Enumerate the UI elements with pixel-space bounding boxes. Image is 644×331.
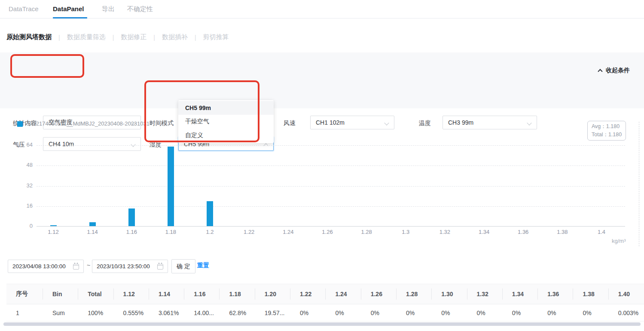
table-cell: Sum — [43, 304, 78, 321]
table-cell: 0% — [538, 304, 573, 321]
confirm-button[interactable]: 确 定 — [171, 259, 195, 273]
legend-series-name[interactable]: 1772174050211__MdMBJ2_20230408-20231031 — [27, 120, 150, 127]
table-header-cell: 1.16 — [184, 284, 220, 304]
x-axis-tick-label: 1.38 — [545, 229, 580, 235]
total-value: Total：1.180 — [592, 131, 622, 139]
datapanel-page: DataTrace DataPanel 导出 不确定性 原始测风塔数据 | 数据… — [0, 0, 644, 331]
subnav-divider: | — [58, 34, 60, 41]
humidity-option[interactable]: CH5 99m — [178, 101, 274, 115]
table-cell: 1 — [6, 304, 43, 321]
y-axis-tick-label: 64 — [0, 141, 33, 148]
x-axis-tick-label: 1.26 — [310, 229, 345, 235]
x-axis-tick-label: 1.28 — [349, 229, 384, 235]
x-axis-tick-label: 1.16 — [114, 229, 149, 235]
table-header-cell: 1.24 — [326, 284, 361, 304]
table-header-cell: Bin — [43, 284, 78, 304]
subnav-divider: | — [113, 34, 114, 41]
gridline — [37, 166, 625, 166]
table-header-cell: Total — [78, 284, 113, 304]
table-row: 1Sum100%0.555%3.061%14.00...62.8%19.57..… — [6, 304, 644, 322]
x-axis-tick-label: 1.14 — [75, 229, 110, 235]
chart-right-split-line — [639, 122, 639, 246]
table-cell: 62.8% — [220, 304, 255, 321]
table-header-cell: 1.18 — [220, 284, 255, 304]
plot-area — [37, 145, 625, 227]
reset-link[interactable]: 重置 — [197, 262, 209, 270]
tab-uncertainty[interactable]: 不确定性 — [127, 5, 153, 13]
table-header-cell: 序号 — [6, 284, 43, 304]
tab-datapanel[interactable]: DataPanel — [53, 5, 84, 12]
date-range-separator: ~ — [87, 262, 90, 269]
table-header-cell: 1.20 — [255, 284, 290, 304]
table-header-cell: 1.32 — [467, 284, 503, 304]
histogram-bar — [89, 222, 96, 226]
table-header-cell: 1.22 — [290, 284, 326, 304]
table-header-row: 序号BinTotal1.121.141.161.181.201.221.241.… — [6, 284, 644, 304]
tab-datatrace[interactable]: DataTrace — [9, 5, 38, 12]
subnav-divider: | — [195, 34, 196, 41]
gridline — [37, 186, 625, 187]
y-axis-tick-label: 0 — [0, 223, 33, 229]
summary-table: 序号BinTotal1.121.141.161.181.201.221.241.… — [6, 284, 644, 322]
horizontal-scrollbar[interactable] — [3, 322, 641, 326]
x-axis-tick-label: 1.22 — [232, 229, 266, 235]
table-header-cell: 1.40 — [609, 284, 644, 304]
legend-swatch[interactable] — [17, 121, 23, 127]
histogram-bar — [50, 225, 57, 226]
table-header-cell: 1.38 — [573, 284, 608, 304]
start-date-value: 2023/04/08 13:00:00 — [12, 263, 66, 270]
start-date-input[interactable]: 2023/04/08 13:00:00 — [8, 260, 84, 273]
table-cell: 0% — [397, 304, 432, 321]
active-tab-indicator — [53, 17, 87, 18]
humidity-dropdown-menu: CH5 99m干燥空气自定义 — [178, 100, 274, 143]
collapse-conditions-label: 收起条件 — [606, 67, 630, 74]
table-header-cell: 1.30 — [432, 284, 467, 304]
humidity-option[interactable]: 干燥空气 — [178, 115, 274, 129]
calendar-icon — [157, 264, 163, 270]
table-cell: 0% — [573, 304, 608, 321]
gridline — [37, 145, 625, 146]
table-cell: 0% — [326, 304, 361, 321]
histogram-chart: 1772174050211__MdMBJ2_20230408-20231031 … — [0, 116, 644, 249]
tab-export[interactable]: 导出 — [102, 5, 115, 13]
table-header-cell: 1.34 — [503, 284, 538, 304]
subnav-item-raw-mast-data[interactable]: 原始测风塔数据 — [6, 33, 52, 41]
top-tab-bar: DataTrace DataPanel 导出 不确定性 — [0, 0, 644, 18]
y-axis-tick-label: 32 — [0, 182, 33, 189]
table-cell: 100% — [78, 304, 113, 321]
y-axis-tick-label: 48 — [0, 162, 33, 168]
table-cell: 0% — [290, 304, 326, 321]
histogram-bar — [168, 147, 174, 226]
table-header-cell: 1.36 — [538, 284, 573, 304]
subnav-item-data-correction[interactable]: 数据修正 — [121, 33, 147, 41]
table-cell: 0% — [503, 304, 538, 321]
x-axis-tick-label: 1.12 — [36, 229, 70, 235]
calendar-icon — [73, 264, 79, 270]
table-header-cell: 1.28 — [397, 284, 432, 304]
x-axis-unit-label: kg/m³ — [612, 238, 626, 244]
table-cell: 0.003% — [609, 304, 644, 321]
table-header-cell: 1.26 — [361, 284, 397, 304]
end-date-input[interactable]: 2023/10/31 23:50:00 — [92, 260, 168, 273]
x-axis-tick-label: 1.36 — [506, 229, 540, 235]
y-axis-tick-label: 16 — [0, 202, 33, 209]
avg-value: Avg：1.180 — [592, 123, 622, 131]
table-header-cell: 1.12 — [114, 284, 149, 304]
x-axis-tick-label: 1.24 — [271, 229, 305, 235]
subnav-item-data-gapfill[interactable]: 数据插补 — [162, 33, 188, 41]
x-axis-tick-label: 1.34 — [467, 229, 501, 235]
histogram-bar — [207, 201, 213, 226]
x-axis-tick-label: 1.4 — [584, 229, 619, 235]
humidity-option[interactable]: 自定义 — [178, 129, 274, 142]
table-cell: 3.061% — [149, 304, 184, 321]
chevron-up-icon — [598, 69, 602, 74]
subnav-item-shear-extrapolation[interactable]: 剪切推算 — [203, 33, 229, 41]
subnav-divider: | — [153, 34, 155, 41]
x-axis-tick-label: 1.18 — [153, 229, 188, 235]
filter-panel: 统计内容 空气密度 时间模式 总体 风速 CH1 102m 温度 CH3 99m… — [0, 52, 644, 108]
x-axis-tick-label: 1.3 — [388, 229, 423, 235]
collapse-conditions-button[interactable]: 收起条件 — [598, 67, 630, 74]
x-axis-tick-label: 1.32 — [427, 229, 462, 235]
subnav-item-quality-filter[interactable]: 数据质量筛选 — [67, 33, 106, 41]
table-cell: 14.00... — [184, 304, 220, 321]
